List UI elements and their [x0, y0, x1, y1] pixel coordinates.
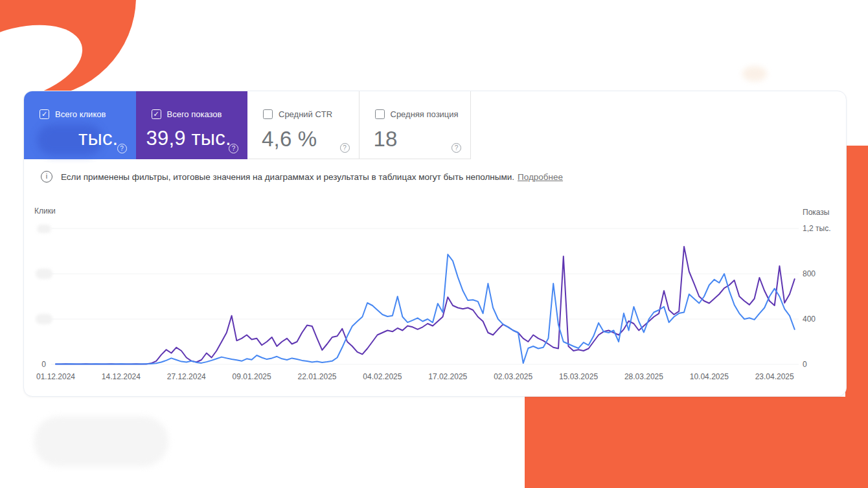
right-axis-tick: 800 — [803, 269, 816, 278]
search-console-panel: ✓ Всего кликов тыс. ? ✓ Всего показов 39… — [23, 91, 847, 397]
right-axis-tick: 400 — [803, 315, 816, 324]
metric-label: Средний CTR — [279, 109, 332, 119]
checkbox-checked-icon[interactable]: ✓ — [152, 109, 161, 119]
blurred-left-tick — [36, 314, 52, 324]
x-axis-label: 17.02.2025 — [428, 372, 467, 381]
chart-canvas — [24, 195, 847, 397]
x-axis-label: 14.12.2024 — [102, 372, 141, 381]
metric-card-average-position[interactable]: Средняя позиция 18 ? — [360, 91, 472, 159]
x-axis-label: 28.03.2025 — [624, 372, 663, 381]
right-axis-tick: 1,2 тыс. — [803, 224, 830, 233]
learn-more-link[interactable]: Подробнее — [518, 172, 563, 182]
x-axis-label: 02.03.2025 — [494, 372, 532, 381]
notice-text: Если применены фильтры, итоговые значени… — [61, 172, 514, 182]
x-axis-label: 04.02.2025 — [363, 372, 402, 381]
right-axis-title: Показы — [803, 208, 829, 217]
x-axis-label: 23.04.2025 — [755, 372, 794, 381]
performance-chart: Клики Показы 1,2 тыс.8004000 0 01.12.202… — [24, 195, 847, 397]
series-impressions — [56, 247, 795, 364]
orange-bottom-block — [525, 397, 868, 488]
right-axis-tick: 0 — [803, 360, 807, 369]
metric-label: Всего показов — [167, 109, 222, 119]
blurred-cursor-smudge — [742, 66, 767, 82]
blurred-left-tick — [36, 269, 52, 279]
checkbox-unchecked-icon[interactable] — [263, 109, 273, 119]
left-axis-title: Клики — [34, 206, 56, 216]
checkbox-unchecked-icon[interactable] — [375, 109, 385, 119]
metric-header: ✓ Всего показов — [136, 91, 248, 119]
x-axis-label: 01.12.2024 — [36, 372, 75, 381]
checkbox-checked-icon[interactable]: ✓ — [40, 109, 49, 119]
metric-label: Всего кликов — [55, 109, 106, 119]
x-axis-label: 27.12.2024 — [167, 372, 206, 381]
help-icon[interactable]: ? — [117, 144, 127, 153]
slide: ✓ Всего кликов тыс. ? ✓ Всего показов 39… — [0, 0, 868, 488]
info-icon: i — [41, 171, 52, 183]
metric-header: ✓ Всего кликов — [24, 91, 136, 119]
metric-header: Средний CTR — [247, 91, 359, 119]
x-axis-label: 15.03.2025 — [559, 372, 598, 381]
metric-card-total-clicks[interactable]: ✓ Всего кликов тыс. ? — [24, 91, 136, 159]
help-icon[interactable]: ? — [340, 143, 350, 153]
metric-card-total-impressions[interactable]: ✓ Всего показов 39,9 тыс. ? — [136, 91, 248, 159]
metric-card-average-ctr[interactable]: Средний CTR 4,6 % ? — [247, 91, 360, 159]
filters-notice: i Если применены фильтры, итоговые значе… — [41, 171, 563, 183]
metric-header: Средняя позиция — [360, 91, 471, 119]
blurred-left-tick — [37, 225, 51, 233]
metrics-row: ✓ Всего кликов тыс. ? ✓ Всего показов 39… — [24, 91, 471, 159]
help-icon[interactable]: ? — [229, 144, 238, 153]
metric-label: Средняя позиция — [391, 109, 459, 119]
left-axis-tick-zero: 0 — [29, 360, 46, 369]
series-clicks — [56, 254, 795, 364]
x-axis-label: 09.01.2025 — [233, 372, 271, 381]
x-axis-label: 10.04.2025 — [690, 372, 729, 381]
help-icon[interactable]: ? — [451, 143, 461, 153]
x-axis-label: 22.01.2025 — [297, 372, 336, 381]
value-suffix: тыс. — [78, 127, 118, 150]
blurred-watermark — [34, 416, 168, 467]
donut-ring — [0, 0, 136, 97]
